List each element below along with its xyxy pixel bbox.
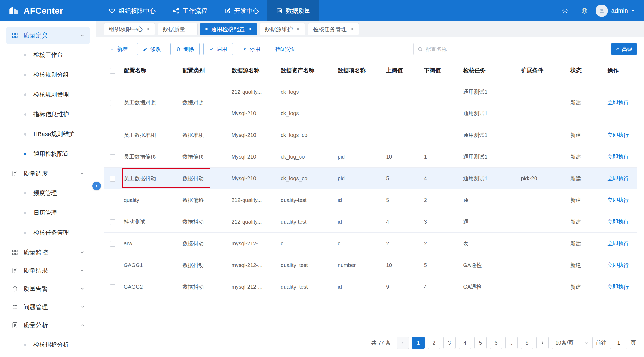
toolbar-buttons: 新增 修改 删除 启用 停用 指定分组 [104,43,306,55]
sidebar-group-quality-results[interactable]: 质量结果 [6,262,90,279]
sidebar-group-quality-scheduling[interactable]: 质量调度 [6,165,90,182]
row-checkbox[interactable] [110,176,115,182]
pagination-page-3[interactable]: 3 [443,337,456,349]
brand[interactable]: AFCenter [0,5,96,16]
sidebar-item-check-rule-group[interactable]: 检核规则分组 [0,65,96,85]
table-row[interactable]: 员工数据抖动数据抖动Mysql-210ck_logs_copid54通用测试1p… [104,168,637,189]
table-row[interactable]: quality数据偏移212-quality...quality-testid5… [104,189,637,211]
toolbar-button-modify[interactable]: 修改 [137,43,166,55]
sidebar-group-quality-alerts[interactable]: 质量告警 [6,280,90,297]
sidebar-item-general-check-config[interactable]: 通用检核配置 [0,144,96,164]
table-row[interactable]: arw数据抖动mysql-212-...cc22表新建立即执行 [104,233,637,254]
tab-org-permission-center[interactable]: 组织权限中心 [104,23,155,35]
cell-item: pid [335,168,383,189]
tab-close-icon[interactable] [350,27,354,31]
tab-close-icon[interactable] [296,27,300,31]
sidebar-item-label: 检核工作台 [33,51,63,59]
sidebar-group-quality-analysis[interactable]: 质量分析 [6,317,90,334]
toolbar-button-disable[interactable]: 停用 [237,43,266,55]
row-checkbox[interactable] [110,198,115,203]
sidebar-item-check-task-management[interactable]: 检核任务管理 [0,223,96,243]
execute-now-link[interactable]: 立即执行 [607,240,629,246]
toolbar-button-label: 启用 [217,46,227,53]
topnav-item-dev-center[interactable]: 开发中心 [216,0,267,21]
sidebar-item-indicator-info-maintenance[interactable]: 指标信息维护 [0,104,96,124]
execute-now-link[interactable]: 立即执行 [607,154,629,160]
execute-now-link[interactable]: 立即执行 [607,175,629,181]
sidebar-item-frequency-management[interactable]: 频度管理 [0,183,96,203]
search-box [413,43,609,55]
pagination-page-5[interactable]: 5 [474,337,487,349]
toolbar-button-assign-group[interactable]: 指定分组 [270,43,302,55]
cell-config-category: 数据偏移 [180,146,229,168]
row-checkbox[interactable] [110,241,115,247]
cell-config-name: GAGG2 [121,276,180,298]
pagination-page-8[interactable]: 8 [521,337,533,349]
pagination-ellipsis[interactable]: ... [505,337,518,349]
toolbar-button-enable[interactable]: 启用 [203,43,233,55]
row-checkbox[interactable] [110,133,115,138]
check-icon [209,47,214,52]
table-row[interactable]: GAGG2数据抖动mysql-212-...quality_testid94GA… [104,276,637,298]
sidebar-group-label: 问题管理 [23,303,48,311]
globe-icon[interactable] [581,7,588,14]
sidebar-item-calendar-management[interactable]: 日历管理 [0,203,96,223]
execute-now-link[interactable]: 立即执行 [607,262,629,268]
pagination-page-4[interactable]: 4 [459,337,471,349]
settings-icon[interactable] [561,7,569,14]
advanced-button[interactable]: 高级 [611,43,637,55]
row-checkbox[interactable] [110,284,115,290]
execute-now-link[interactable]: 立即执行 [607,284,629,290]
sidebar-item-check-indicator-analysis[interactable]: 检核指标分析 [0,335,96,355]
execute-now-link[interactable]: 立即执行 [607,197,629,203]
sidebar-group-quality-monitoring[interactable]: 质量监控 [6,244,90,261]
avatar[interactable] [596,5,608,17]
sidebar-collapse-handle[interactable] [92,182,101,190]
tab-data-quality[interactable]: 数据质量 [158,23,198,35]
toolbar-button-add[interactable]: 新增 [104,43,133,55]
pagination-page-2[interactable]: 2 [428,337,440,349]
toolbar-button-delete[interactable]: 删除 [170,43,200,55]
pagination-next-button[interactable] [536,337,549,349]
cell-ext-condition [518,103,568,124]
username[interactable]: admin [611,7,628,14]
table-row[interactable]: 员工数据堆积数据堆积Mysql-210ck_logs_co通用测试1新建立即执行 [104,124,637,146]
execute-now-link[interactable]: 立即执行 [607,219,629,225]
row-checkbox[interactable] [110,100,115,106]
column-header-action: 操作 [605,60,637,81]
tab-datasource-maintenance[interactable]: 数据源维护 [260,23,305,35]
sidebar-group-issue-management[interactable]: 问题管理 [6,298,90,315]
tab-close-icon[interactable] [248,27,252,31]
search-input[interactable] [426,46,605,52]
select-all-checkbox[interactable] [110,68,115,74]
cell-config-name: 员工数据堆积 [121,124,180,146]
sidebar-group-quality-definition[interactable]: 质量定义 [6,27,90,44]
table-row[interactable]: 员工数据对照数据对照212-quality...ck_logs通用测试1新建立即… [104,81,637,103]
goto-page-input[interactable] [610,337,627,349]
sidebar-item-check-rule-management[interactable]: 检核规则管理 [0,85,96,104]
sidebar-item-check-workbench[interactable]: 检核工作台 [0,45,96,65]
execute-now-link[interactable]: 立即执行 [607,100,629,106]
row-checkbox[interactable] [110,263,115,268]
tab-close-icon[interactable] [146,27,150,31]
row-checkbox[interactable] [110,154,115,160]
topnav-item-data-quality[interactable]: 数据质量 [267,0,319,21]
pagination-page-6[interactable]: 6 [490,337,502,349]
table-row[interactable]: 员工数据偏移数据偏移Mysql-210ck_log_copid101通用测试1新… [104,146,637,168]
column-header-lower-threshold: 下阀值 [421,60,461,81]
cell-config-category: 数据抖动 [180,233,229,254]
topnav-item-workflow[interactable]: 工作流程 [164,0,216,21]
table-row[interactable]: 抖动测试数据抖动212-quality...quality-testid43通新… [104,211,637,233]
table-row[interactable]: GAGG1数据抖动mysql-212-...quality_testnumber… [104,254,637,276]
sidebar-item-hbase-rule-maintenance[interactable]: HBase规则维护 [0,124,96,144]
page-size-select[interactable]: 10条/页 [552,337,593,349]
tab-general-check-config[interactable]: 通用检核配置 [200,23,257,35]
row-checkbox[interactable] [110,219,115,225]
user-menu-caret-icon[interactable] [630,8,636,14]
tab-check-task-management[interactable]: 检核任务管理 [308,23,359,35]
pagination-page-1[interactable]: 1 [412,337,425,349]
topnav-item-org-permission-center[interactable]: 组织权限中心 [100,0,164,21]
pagination-prev-button[interactable] [397,337,409,349]
execute-now-link[interactable]: 立即执行 [607,132,629,138]
tab-close-icon[interactable] [188,27,192,31]
